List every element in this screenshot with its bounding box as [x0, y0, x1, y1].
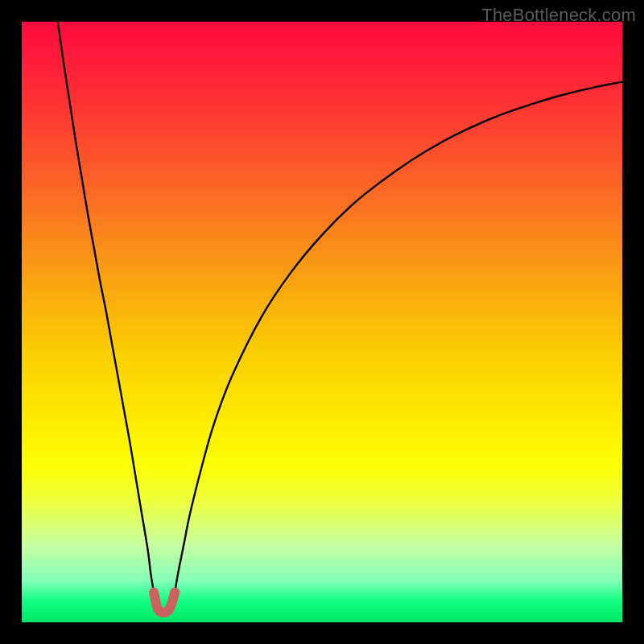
chart-background-gradient — [22, 22, 622, 622]
chart-svg — [22, 22, 622, 622]
chart-frame: TheBottleneck.com — [0, 0, 644, 644]
chart-plot-area — [22, 22, 622, 622]
